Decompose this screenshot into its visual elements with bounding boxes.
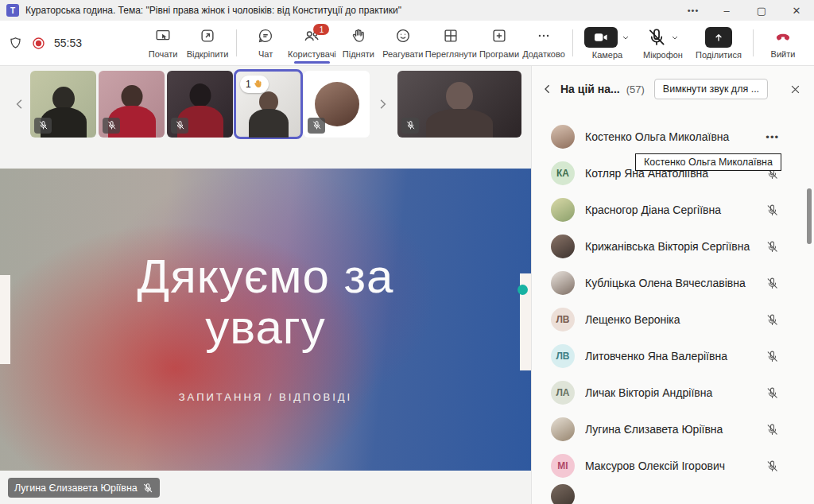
panel-back-icon[interactable] xyxy=(541,83,554,95)
start-presenting-button[interactable]: Почати xyxy=(141,22,185,64)
raised-hand-badge: 1 xyxy=(240,76,269,93)
participant-row[interactable]: ЛВ Литовченко Яна Валеріївна xyxy=(532,338,814,374)
row-more-icon[interactable]: ••• xyxy=(766,131,779,143)
video-tile-1[interactable] xyxy=(30,71,96,138)
participants-filmstrip: 1 xyxy=(0,66,531,142)
mute-all-button[interactable]: Вимкнути звук для ... xyxy=(654,79,768,99)
participant-row[interactable]: Лугина Єлизавета Юріївна xyxy=(532,411,814,448)
participant-row[interactable]: ЛВ Лещенко Вероніка xyxy=(532,301,814,338)
video-tile-pinned[interactable] xyxy=(397,71,521,138)
slide-subtitle: ЗАПИТАННЯ / ВІДПОВІДІ xyxy=(179,391,353,403)
video-tile-2[interactable] xyxy=(99,71,165,138)
mic-off-icon xyxy=(766,277,779,290)
tile-mic-off-icon xyxy=(34,118,52,134)
apps-icon xyxy=(490,27,508,48)
tile-mic-off-icon xyxy=(308,118,325,134)
filmstrip-next-icon[interactable] xyxy=(372,97,393,111)
titlebar: T Кураторська година. Тема: "Рівні права… xyxy=(0,0,814,21)
avatar xyxy=(551,125,575,149)
camera-group: Камера xyxy=(579,22,635,64)
mic-chevron-icon[interactable] xyxy=(670,33,680,42)
presenter-name-tag: Лугина Єлизавета Юріївна xyxy=(8,478,160,498)
participant-count: (57) xyxy=(626,83,645,95)
more-options-button[interactable]: Додатково xyxy=(521,22,566,64)
avatar xyxy=(551,271,575,295)
more-icon xyxy=(535,27,552,48)
stage-column: 1 xyxy=(0,66,531,504)
share-screen-icon xyxy=(154,27,172,48)
participant-list: Костенко Ольга Миколаївна ••• Костенко О… xyxy=(532,118,814,504)
participants-panel: На цій на... (57) Вимкнути звук для ... … xyxy=(531,66,814,504)
video-tile-5[interactable] xyxy=(304,71,370,138)
camera-button[interactable] xyxy=(584,27,618,48)
avatar: КА xyxy=(551,161,575,185)
participant-row[interactable]: МІ Максуров Олексій Ігорович xyxy=(532,448,814,484)
tile-mic-off-icon xyxy=(401,118,419,134)
mic-label: Мікрофон xyxy=(643,50,683,60)
participant-row[interactable]: Костенко Ольга Миколаївна ••• xyxy=(532,118,814,155)
participant-row-partial[interactable] xyxy=(532,484,814,500)
unpin-button[interactable]: Відкріпити xyxy=(185,22,230,64)
participant-row[interactable]: ЛА Личак Вікторія Андріївна xyxy=(532,374,814,411)
panel-scrollbar[interactable] xyxy=(807,188,812,244)
meeting-toolbar: 55:53 Почати Відкріпити Чат xyxy=(0,21,814,66)
pop-out-icon xyxy=(199,27,216,48)
share-group: Поділитися xyxy=(691,22,746,64)
mic-off-icon xyxy=(142,483,153,494)
divider xyxy=(753,29,754,56)
filmstrip-prev-icon[interactable] xyxy=(10,97,30,111)
apps-button[interactable]: Програми xyxy=(477,22,521,64)
window-close-icon[interactable]: ✕ xyxy=(779,0,814,21)
avatar: ЛА xyxy=(551,381,575,405)
panel-header: На цій на... (57) Вимкнути звук для ... xyxy=(532,66,814,106)
shared-content-stage: Дякуємо за увагу ЗАПИТАННЯ / ВІДПОВІДІ Л… xyxy=(0,142,531,504)
participant-row[interactable]: Крижанівська Вікторія Сергіївна xyxy=(532,228,814,265)
teams-logo-icon: T xyxy=(6,4,19,17)
mic-off-icon xyxy=(766,386,779,400)
chat-icon xyxy=(257,27,274,48)
window-more-icon[interactable]: ••• xyxy=(677,0,709,21)
avatar xyxy=(551,484,575,504)
avatar xyxy=(551,417,575,441)
camera-chevron-icon[interactable] xyxy=(621,33,630,42)
mic-off-icon xyxy=(766,313,779,327)
mic-off-icon xyxy=(766,204,779,217)
window-title: Кураторська година. Тема: "Рівні права ж… xyxy=(25,5,677,16)
view-icon xyxy=(442,27,459,48)
leave-label: Вийти xyxy=(771,49,796,59)
window-maximize-icon[interactable]: ▢ xyxy=(744,0,779,21)
participant-row[interactable]: Красногор Діана Сергіївна xyxy=(532,192,814,228)
slide-left-notch xyxy=(0,275,10,364)
divider xyxy=(572,29,573,56)
view-button[interactable]: Переглянути xyxy=(425,22,477,64)
people-button[interactable]: 1 Користувачі xyxy=(288,22,336,64)
hang-up-icon xyxy=(774,27,792,48)
teams-meeting-window: T Кураторська година. Тема: "Рівні права… xyxy=(0,0,814,504)
react-button[interactable]: Реагувати xyxy=(381,22,425,64)
mic-off-icon xyxy=(766,459,779,473)
mic-off-icon xyxy=(766,350,779,363)
people-badge: 1 xyxy=(313,24,329,35)
meeting-timer: 55:53 xyxy=(54,37,82,49)
window-minimize-icon[interactable]: – xyxy=(709,0,744,21)
avatar: ЛВ xyxy=(551,308,575,331)
avatar xyxy=(551,198,575,222)
mic-muted-icon[interactable] xyxy=(646,27,667,48)
participant-row[interactable]: Кубліцька Олена Вячеславівна xyxy=(532,265,814,301)
avatar: МІ xyxy=(551,454,575,478)
leave-button[interactable]: Вийти xyxy=(760,22,806,64)
raise-hand-button[interactable]: Підняти xyxy=(336,22,381,64)
divider xyxy=(236,29,237,56)
tile-mic-off-icon xyxy=(171,118,188,134)
video-tile-4-speaking[interactable]: 1 xyxy=(235,71,301,138)
panel-close-icon[interactable] xyxy=(786,80,804,99)
chat-button[interactable]: Чат xyxy=(243,22,288,64)
slide-title: Дякуємо за увагу xyxy=(138,251,394,353)
camera-label: Камера xyxy=(592,50,622,60)
shield-icon xyxy=(8,36,23,51)
raise-hand-icon xyxy=(350,27,367,48)
video-tile-3[interactable] xyxy=(167,71,233,138)
avatar xyxy=(551,235,575,258)
share-button[interactable] xyxy=(705,27,732,48)
recording-icon xyxy=(31,36,46,51)
